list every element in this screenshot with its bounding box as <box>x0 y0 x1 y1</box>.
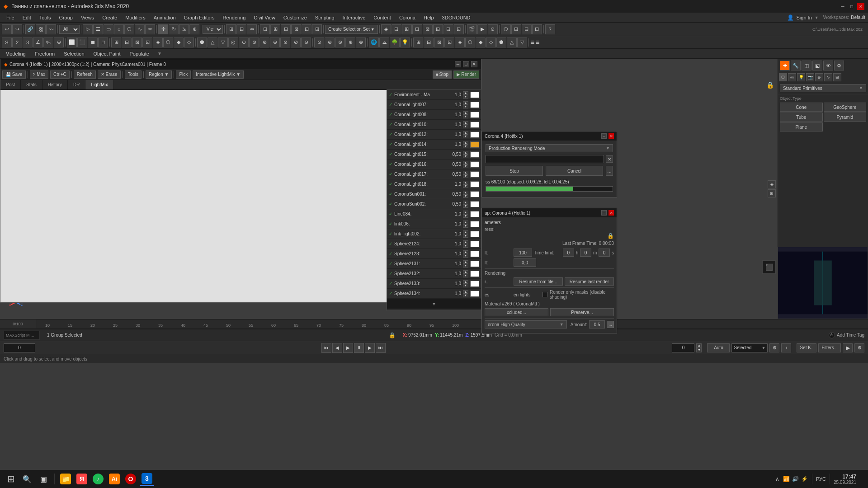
menu-rendering[interactable]: Rendering <box>219 14 250 21</box>
menu-tools[interactable]: Tools <box>36 14 55 21</box>
menu-customize[interactable]: Customize <box>280 14 311 21</box>
cs-minimize-btn[interactable]: ─ <box>601 210 607 216</box>
lm-coronalight007[interactable]: ✓ CoronaLight007: 1,0 ▲▼ <box>387 100 481 110</box>
t2-btn-z[interactable]: ⛰ <box>379 38 389 47</box>
menu-help[interactable]: Help <box>420 14 438 21</box>
t2-btn-s[interactable]: ⊖ <box>301 38 311 47</box>
lm-color-13[interactable] <box>470 221 479 227</box>
lm-link-light002[interactable]: ✓ link_light002: 1,0 ▲▼ <box>387 229 481 239</box>
lm-coronalight015[interactable]: ✓ CoronaLight015: 0,50 ▲▼ <box>387 150 481 160</box>
lm-spinner-14[interactable]: ▲▼ <box>463 230 468 238</box>
explorer-taskbar-btn[interactable]: 📁 <box>58 472 73 486</box>
t2-btn-u[interactable]: ⊚ <box>325 38 335 47</box>
lm-color-9[interactable] <box>470 181 479 188</box>
helper-btn[interactable]: ⊕ <box>815 73 823 81</box>
t2-btn-kk[interactable]: ⬢ <box>496 38 506 47</box>
render-minimize-btn[interactable]: ─ <box>455 61 461 67</box>
lm-color-0[interactable] <box>470 92 479 98</box>
lm-color-19[interactable] <box>470 281 479 287</box>
percent-snap[interactable]: % <box>43 38 53 47</box>
menu-animation[interactable]: Animation <box>150 14 179 21</box>
t2-btn-y[interactable]: 🌐 <box>369 38 379 47</box>
align5-btn[interactable]: ⊡ <box>302 24 311 34</box>
shape-btn[interactable]: ◎ <box>788 73 796 81</box>
link-btn[interactable]: 🔗 <box>25 24 35 34</box>
t2-btn-dd[interactable]: ⊟ <box>424 38 434 47</box>
refresh-btn[interactable]: Refresh <box>74 70 96 79</box>
noise-input[interactable]: 0,0 <box>514 258 536 267</box>
lm-spinner-1[interactable]: ▲▼ <box>463 101 468 108</box>
face-snap[interactable]: ◼ <box>88 38 98 47</box>
t2-btn-b[interactable]: ⊟ <box>122 38 132 47</box>
lm-color-7[interactable] <box>470 161 479 168</box>
lm-coronasun002[interactable]: ✓ CoronaSun002: 0,50 ▲▼ <box>387 199 481 209</box>
tb-btn-d[interactable]: ⊟ <box>443 24 453 34</box>
lm-coronalight012[interactable]: ✓ CoronaLight012: 1,0 ▲▼ <box>387 130 481 140</box>
scale-btn[interactable]: ⇲ <box>179 24 189 34</box>
lm-spinner-15[interactable]: ▲▼ <box>463 240 468 248</box>
rp-stop-btn[interactable]: Stop <box>486 166 543 176</box>
t2-btn-jj[interactable]: ◇ <box>486 38 496 47</box>
time-hours[interactable]: 0 <box>563 249 574 257</box>
yandex-taskbar-btn[interactable]: Я <box>75 472 89 486</box>
rp-close-btn[interactable]: ✕ <box>609 133 614 139</box>
redo-btn[interactable]: ↪ <box>12 24 22 34</box>
t2-btn-a[interactable]: ⊞ <box>111 38 121 47</box>
t2-btn-k[interactable]: ▽ <box>218 38 228 47</box>
lm-color-1[interactable] <box>470 102 479 108</box>
lm-spinner-10[interactable]: ▲▼ <box>463 191 468 198</box>
pyramid-btn[interactable]: Pyramid <box>824 113 867 122</box>
material-editor-btn[interactable]: ⬡ <box>501 24 511 34</box>
lm-spinner-13[interactable]: ▲▼ <box>463 221 468 228</box>
menu-scripting[interactable]: Scripting <box>311 14 338 21</box>
language-indicator[interactable]: РУС <box>816 476 826 482</box>
t2-btn-v[interactable]: ⊛ <box>335 38 345 47</box>
tab-freeform[interactable]: Freeform <box>32 50 58 57</box>
minimize-btn[interactable]: ─ <box>839 3 846 10</box>
preserve-btn[interactable]: Preserve... <box>550 308 614 316</box>
lm-color-10[interactable] <box>470 191 479 197</box>
t2-btn-gg[interactable]: ◈ <box>455 38 465 47</box>
body-snap[interactable]: ◻ <box>98 38 108 47</box>
t2-btn-bb[interactable]: 💡 <box>400 38 410 47</box>
postfx-dropdown[interactable]: orona High Quality ▼ <box>485 320 567 328</box>
t2-btn-w[interactable]: ⊕ <box>345 38 355 47</box>
lm-sphere2133[interactable]: ✓ Sphere2133: 1,0 ▲▼ <box>387 279 481 289</box>
frame-down-btn[interactable]: ▼ <box>696 348 702 352</box>
lm-sphere2131[interactable]: ✓ Sphere2131: 1,0 ▲▼ <box>387 259 481 269</box>
tab-selection[interactable]: Selection <box>61 50 87 57</box>
pick-btn[interactable]: Pick <box>176 70 191 79</box>
auto-key-btn[interactable]: Auto <box>707 343 730 352</box>
time-minutes[interactable]: 0 <box>580 249 591 257</box>
play-btn[interactable]: ▶ <box>343 343 353 353</box>
frame-up-btn[interactable]: ▲ <box>696 343 702 348</box>
render-tab-post[interactable]: Post <box>0 80 21 89</box>
key-filters-btn[interactable]: Filters... <box>818 343 841 352</box>
t2-btn-m[interactable]: ⊙ <box>239 38 249 47</box>
lm-spinner-2[interactable]: ▲▼ <box>463 111 468 118</box>
angle-snap[interactable]: ∠ <box>33 38 43 47</box>
menu-group[interactable]: Group <box>55 14 76 21</box>
resume-from-file-btn[interactable]: Resume from file... <box>514 277 563 286</box>
lm-coronalight014[interactable]: ✓ CoronaLight014: 1,0 ▲▼ <box>387 140 481 150</box>
rp-clear-btn[interactable]: ✕ <box>606 155 613 163</box>
snap3d[interactable]: 3 <box>23 38 33 47</box>
t2-btn-p[interactable]: ⊕ <box>270 38 280 47</box>
lm-coronalight016[interactable]: ✓ CoronaLight016: 0,50 ▲▼ <box>387 160 481 169</box>
vertex-snap[interactable]: ⬜ <box>67 38 77 47</box>
frame-input[interactable]: 0 <box>4 343 35 352</box>
stop-render-btn[interactable]: ■ Stop <box>433 70 452 79</box>
tools-btn[interactable]: Tools <box>125 70 142 79</box>
edge-snap[interactable]: ⬛ <box>77 38 87 47</box>
search-btn[interactable]: 🔍 <box>20 472 34 486</box>
lm-coronalight008[interactable]: ✓ CoronaLight008: 1,0 ▲▼ <box>387 110 481 120</box>
lm-sphere2124[interactable]: ✓ Sphere2124: 1,0 ▲▼ <box>387 239 481 249</box>
maximize-btn[interactable]: □ <box>848 3 855 10</box>
lm-color-15[interactable] <box>470 241 479 247</box>
render-masks-checkbox[interactable] <box>542 292 548 297</box>
t2-btn-l[interactable]: ◎ <box>228 38 238 47</box>
pivot-btn[interactable]: ⊞ <box>226 24 236 34</box>
lm-coronalight010[interactable]: ✓ CoronaLight010: 1,0 ▲▼ <box>387 120 481 130</box>
unlink-btn[interactable]: ⛓ <box>36 24 46 34</box>
rp-cancel-btn[interactable]: Cancel <box>546 166 603 176</box>
